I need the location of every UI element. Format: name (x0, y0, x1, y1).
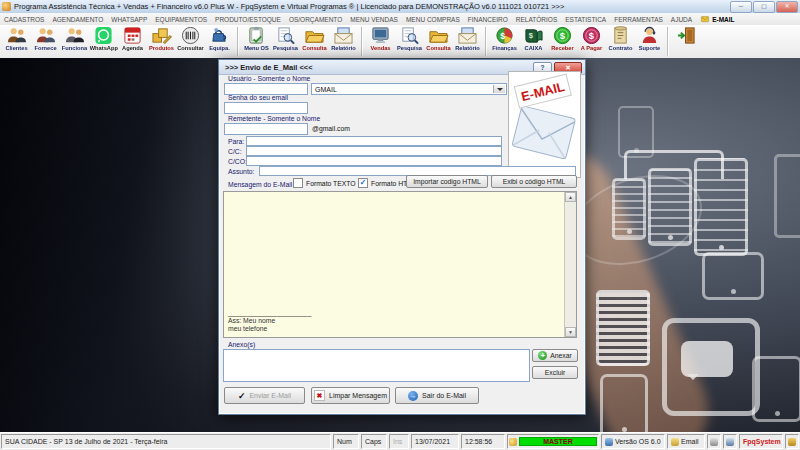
email-menu-icon (700, 15, 710, 23)
menu-item-produto-estoque[interactable]: PRODUTO/ESTOQUE (211, 16, 285, 23)
anexos-listbox[interactable] (223, 349, 530, 382)
svg-text:$: $ (500, 31, 505, 41)
mensagem-textarea[interactable]: ______________________ Ass: Meu nome meu… (223, 191, 577, 338)
importar-html-button[interactable]: Importar codigo HTML (406, 175, 488, 188)
menu-item-os-orcamento[interactable]: OS/ORÇAMENTO (285, 16, 346, 23)
app-window: Programa Assistência Técnica + Vendas + … (0, 0, 800, 450)
clipboard-icon (242, 26, 271, 45)
menu-item-email[interactable]: E-MAIL (696, 15, 738, 23)
remetente-input[interactable] (224, 123, 308, 135)
excluir-button[interactable]: Excluir (532, 366, 578, 379)
whatsapp-icon (89, 26, 118, 45)
toolbar-consultar[interactable]: Consultar (176, 26, 205, 51)
people-icon (31, 26, 60, 45)
master-badge: MASTER (519, 437, 597, 446)
toolbar-equipamentos[interactable]: Equipa. (205, 26, 234, 51)
menu-item-relatorios[interactable]: RELATÓRIOS (512, 16, 561, 23)
toolbar-receber[interactable]: $ Receber (548, 26, 577, 51)
toolbar-os-consulta[interactable]: Consulta (300, 26, 329, 51)
toolbar-vendas-pesquisa[interactable]: Pesquisa (395, 26, 424, 51)
app-icon (2, 2, 11, 11)
chevron-down-icon[interactable] (493, 85, 505, 93)
checkbox-unchecked-icon[interactable] (293, 178, 303, 188)
cco-input[interactable] (246, 156, 502, 166)
toolbar-vendas-consulta[interactable]: Consulta (424, 26, 453, 51)
textarea-scrollbar[interactable]: ▲ ▼ (564, 192, 576, 337)
para-input[interactable] (246, 136, 502, 146)
toolbar-vendas[interactable]: Vendas (366, 26, 395, 51)
menu-item-agendamento[interactable]: AGENDAMENTO (48, 16, 107, 23)
status-printer-cell[interactable] (707, 434, 721, 449)
toolbar-sair[interactable] (672, 26, 701, 45)
menu-item-whatsapp[interactable]: WHATSAPP (107, 16, 151, 23)
check-icon: ✓ (238, 391, 246, 401)
formato-texto-checkbox[interactable]: Formato TEXTO (293, 178, 356, 188)
window-title: Programa Assistência Técnica + Vendas + … (14, 2, 564, 11)
toolbar-produtos[interactable]: Produtos (147, 26, 176, 51)
limpar-mensagem-button[interactable]: ✖ Limpar Mensagem (311, 387, 390, 404)
exit-arrow-icon: → (408, 391, 418, 401)
toolbar-os-pesquisa[interactable]: Pesquisa (271, 26, 300, 51)
status-versao: Versão OS 6.0 (601, 434, 665, 449)
close-button[interactable]: ✕ (776, 1, 798, 13)
assunto-label: Assunto: (228, 168, 254, 175)
toolbar-menu-os[interactable]: Menu OS (242, 26, 271, 51)
server-rack-icon (774, 154, 800, 238)
toolbar-financas[interactable]: $ Finanças (490, 26, 519, 51)
domain-suffix: @gmail.com (312, 125, 350, 132)
toolbar-suporte[interactable]: Suporte (635, 26, 664, 51)
enviar-email-button[interactable]: ✓ Enviar E-Mail (224, 387, 305, 404)
toolbar-contrato[interactable]: Contrato (606, 26, 635, 51)
calendar-icon (118, 26, 147, 45)
cash-book-icon: $ (519, 26, 548, 45)
clear-icon: ✖ (314, 390, 325, 401)
scroll-down-icon[interactable]: ▼ (565, 327, 576, 337)
anexar-button[interactable]: + Anexar (532, 349, 578, 362)
toolbar-a-pagar[interactable]: $ A Pagar (577, 26, 606, 51)
exibir-html-button[interactable]: Exibi o código HTML (491, 175, 577, 188)
toolbar-vendas-relatorio[interactable]: Relatório (453, 26, 482, 51)
key-icon (509, 438, 517, 446)
toolbar-caixa[interactable]: $ CAIXA (519, 26, 548, 51)
status-screen-cell[interactable] (723, 434, 737, 449)
people-icon (60, 26, 89, 45)
coin-green-icon: $ (548, 26, 577, 45)
menu-item-menu-compras[interactable]: MENU COMPRAS (402, 16, 464, 23)
menu-item-financeiro[interactable]: FINANCEIRO (464, 16, 512, 23)
cc-input[interactable] (246, 146, 502, 156)
tablet-icon (702, 252, 764, 300)
toolbar-fornecedor[interactable]: Fornece (31, 26, 60, 51)
toolbar-funcionario[interactable]: Funciona (60, 26, 89, 51)
scroll-up-icon[interactable]: ▲ (565, 192, 576, 202)
status-email[interactable]: Email (667, 434, 705, 449)
toolbar-whatsapp[interactable]: WhatsApp (89, 26, 118, 51)
support-headset-icon (635, 26, 664, 45)
sair-email-button[interactable]: → Sair do E-Mail (395, 387, 479, 404)
menu-item-ferramentas[interactable]: FERRAMENTAS (610, 16, 667, 23)
status-bar: SUA CIDADE - SP 13 de Julho de 2021 - Te… (0, 432, 800, 450)
minimize-button[interactable]: ─ (730, 1, 752, 13)
checkbox-checked-icon[interactable]: ✓ (358, 178, 368, 188)
email-image: E-MAIL (508, 71, 581, 178)
senha-input[interactable] (224, 102, 308, 114)
toolbar-agenda[interactable]: Agenda (118, 26, 147, 51)
menu-item-ajuda[interactable]: AJUDA (667, 16, 696, 23)
toolbar-clientes[interactable]: Clientes (2, 26, 31, 51)
menu-item-estatistica[interactable]: ESTATISTICA (561, 16, 610, 23)
menu-item-equipamentos[interactable]: EQUIPAMENTOS (151, 16, 211, 23)
menu-item-cadastros[interactable]: CADASTROS (0, 16, 48, 23)
printer-icon (710, 438, 718, 446)
message-signature: ______________________ Ass: Meu nome meu… (228, 309, 311, 333)
search-icon (395, 26, 424, 45)
mensagem-label: Mensagem do E-Mail (228, 181, 292, 188)
search-icon (271, 26, 300, 45)
anexos-label: Anexo(s) (228, 341, 255, 348)
status-user-level: MASTER (507, 434, 599, 449)
toolbar-os-relatorio[interactable]: Relatório (329, 26, 358, 51)
provider-select[interactable]: GMAIL (311, 83, 507, 95)
maximize-button[interactable]: ▢ (753, 1, 775, 13)
folder-mini-icon (788, 438, 796, 446)
remetente-label: Remetente - Somente o Nome (228, 115, 320, 122)
menu-item-menu-vendas[interactable]: MENU VENDAS (346, 16, 402, 23)
status-folder-cell[interactable] (785, 434, 799, 449)
